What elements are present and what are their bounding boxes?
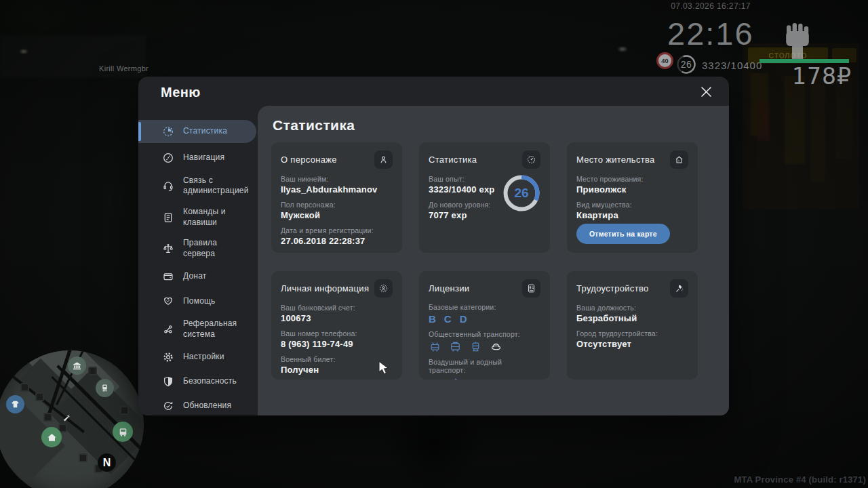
card-field: Ваша должность:Безработный [576, 304, 688, 323]
person-circle-icon [374, 279, 393, 298]
card-header: Статистика [429, 150, 540, 169]
sidebar-item-updates[interactable]: Обновления [138, 396, 256, 415]
sidebar-item-security[interactable]: Безопасность [138, 372, 256, 391]
tram-icon [469, 340, 481, 352]
license-category: C [444, 313, 452, 325]
plane-icon [429, 376, 441, 380]
field-label: Вид имущества: [576, 201, 688, 209]
map-blip [79, 453, 87, 462]
sidebar-item-stats[interactable]: Статистика [138, 120, 256, 143]
headset-icon [161, 180, 174, 192]
sidebar-item-settings[interactable]: Настройки [138, 348, 256, 367]
field-label: Ваш номер телефона: [281, 329, 393, 338]
field-value: Безработный [576, 313, 688, 323]
field-label: Общественный транспорт: [429, 330, 540, 338]
taxi-icon [490, 340, 502, 352]
close-button[interactable] [698, 85, 714, 101]
license-icon [522, 279, 540, 298]
field-label: Место проживания: [576, 175, 688, 183]
sidebar-item-label: Статистика [183, 126, 227, 137]
sidebar-item-label: Правила сервера [183, 238, 251, 259]
wallet-icon [161, 270, 174, 283]
sidebar-item-referral[interactable]: Реферальная система [138, 316, 256, 342]
license-row [429, 340, 540, 352]
gear-icon [161, 350, 174, 363]
card-licenses: ЛицензииБазовые категории:BCDОбщественны… [419, 271, 550, 380]
network-icon [161, 323, 174, 336]
field-label: Базовые категории: [429, 303, 540, 311]
card-header: Лицензии [429, 279, 540, 298]
card-field: Пол персонажа:Мужской [281, 201, 393, 220]
hammer-icon [670, 279, 688, 298]
map-blip [20, 383, 29, 392]
sidebar-item-navigation[interactable]: Навигация [138, 148, 256, 167]
sidebar-item-commands[interactable]: Команды и клавиши [138, 205, 256, 230]
field-value: Квартира [576, 210, 688, 220]
field-label: Дата и время регистрации: [281, 226, 393, 235]
card-header: Место жительства [576, 150, 688, 169]
page-title: Статистика [273, 117, 714, 134]
sidebar-item-label: Обновления [183, 401, 231, 411]
card-field: Место проживания:Приволжск [576, 175, 688, 195]
sidebar-item-label: Связь с администрацией [183, 176, 251, 197]
field-value: 100673 [281, 313, 393, 323]
license-row [429, 376, 540, 380]
person-icon [374, 150, 393, 169]
content-panel: Статистика О персонажеВаш никнейм:Ilyas_… [258, 106, 729, 415]
card-title: Место жительства [576, 150, 655, 165]
shield-icon [161, 375, 174, 388]
card-field: Военный билет:Получен [281, 355, 393, 375]
level-number: 26 [502, 174, 541, 213]
card-field: Дата и время регистрации:27.06.2018 22:2… [281, 226, 393, 246]
card-field: Ваш банковский счет:100673 [281, 304, 393, 323]
map-marker-icon [62, 413, 71, 425]
card-title: О персонаже [281, 150, 337, 165]
gauge-icon [522, 150, 540, 169]
card-title: Личная информация [281, 279, 369, 293]
field-label: Город трудоустройства: [576, 329, 688, 338]
card-title: Лицензии [429, 279, 469, 293]
sidebar-item-label: Навигация [183, 152, 224, 163]
home-icon [670, 150, 688, 169]
close-icon [701, 86, 712, 100]
mark-on-map-button[interactable]: Отметить на карте [576, 224, 670, 244]
field-label: Пол персонажа: [281, 201, 393, 209]
sidebar-item-rules[interactable]: Правила сервера [138, 236, 256, 262]
player-nametag: Kirill Wermgbr [99, 64, 149, 73]
card-residence: Место жительстваМесто проживания:Приволж… [567, 142, 698, 253]
card-employment: ТрудоустройствоВаша должность:Безработны… [567, 271, 698, 380]
sidebar-item-admin-contact[interactable]: Связь с администрацией [138, 173, 256, 199]
license-row: BCD [429, 313, 540, 325]
card-field: Ваш номер телефона:8 (963) 119-74-49 [281, 329, 393, 349]
menu-body: СтатистикаНавигацияСвязь с администрацие… [138, 106, 729, 415]
card-header: О персонаже [281, 150, 393, 169]
map-blip [120, 406, 129, 415]
field-label: Ваш никнейм: [281, 175, 393, 183]
map-blip [43, 413, 52, 422]
field-label: Ваш банковский счет: [281, 304, 393, 312]
license-group: Воздушный и водный транспорт: [429, 358, 540, 380]
train-poi-icon [96, 379, 114, 397]
card-field: Город трудоустройства:Отсутствует [576, 329, 688, 349]
mouse-cursor [377, 361, 390, 378]
sidebar-item-help[interactable]: Помощь [138, 291, 256, 310]
license-group: Базовые категории:BCD [429, 303, 540, 325]
menu-title: Меню [161, 85, 201, 100]
compass-north-marker: N [98, 453, 116, 472]
license-category: D [460, 313, 467, 325]
field-value: Приволжск [576, 184, 688, 195]
cards-grid: О персонажеВаш никнейм:Ilyas_Abdurakhman… [271, 142, 714, 380]
map-blip [88, 367, 97, 375]
sidebar-item-donate[interactable]: Донат [138, 267, 256, 286]
boat-icon [449, 376, 461, 380]
field-value: Получен [281, 365, 393, 375]
card-title: Трудоустройство [576, 279, 649, 293]
heart-icon [161, 295, 174, 308]
sidebar-item-label: Донат [183, 271, 206, 282]
bank-poi-icon [68, 357, 86, 375]
field-label: Воздушный и водный транспорт: [429, 358, 540, 374]
home-poi-icon [41, 427, 62, 447]
sidebar-item-label: Безопасность [183, 376, 237, 387]
list-icon [161, 211, 174, 224]
scales-icon [161, 243, 174, 256]
